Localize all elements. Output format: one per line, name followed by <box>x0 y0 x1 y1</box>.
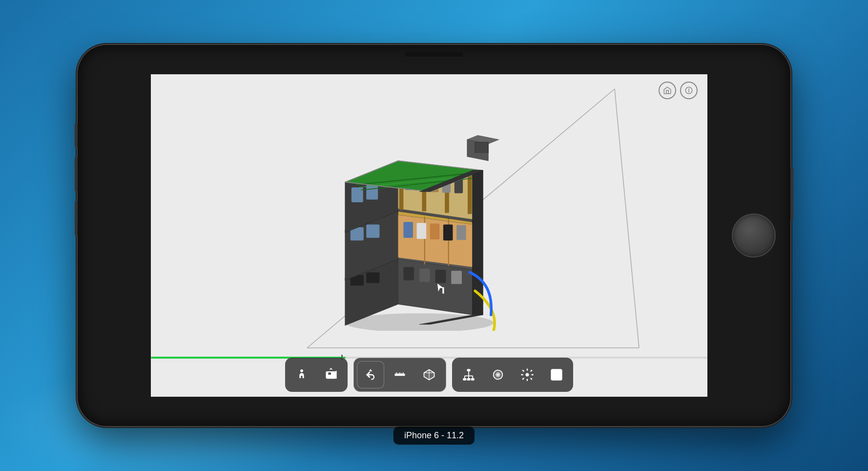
toolbar-group-model <box>353 358 446 392</box>
svg-rect-50 <box>475 153 488 158</box>
svg-rect-34 <box>366 185 378 199</box>
svg-rect-9 <box>419 269 430 282</box>
layers-btn[interactable] <box>484 361 512 388</box>
svg-rect-19 <box>366 225 379 238</box>
hierarchy-btn[interactable] <box>455 361 482 388</box>
svg-marker-59 <box>369 369 372 371</box>
svg-rect-32 <box>468 171 472 214</box>
svg-point-56 <box>300 369 303 372</box>
person-view-btn[interactable] <box>288 361 315 388</box>
svg-rect-10 <box>435 270 446 283</box>
svg-rect-69 <box>467 369 471 371</box>
speaker <box>405 52 463 57</box>
iphone-screen <box>151 74 707 397</box>
svg-rect-24 <box>456 225 466 240</box>
svg-rect-72 <box>471 378 475 381</box>
bottom-toolbar <box>151 358 707 392</box>
svg-rect-70 <box>463 378 466 381</box>
svg-rect-11 <box>451 271 462 284</box>
camera-view-btn[interactable] <box>317 361 345 388</box>
svg-rect-71 <box>467 378 471 381</box>
back-undo-btn[interactable] <box>357 361 384 388</box>
toolbar-group-other <box>452 358 573 392</box>
app-viewport <box>151 74 707 397</box>
export-btn[interactable] <box>543 361 570 388</box>
svg-rect-60 <box>395 374 405 376</box>
home-button[interactable] <box>732 214 776 257</box>
side-btn-vol-down <box>75 201 78 236</box>
top-right-controls <box>659 82 698 99</box>
svg-rect-49 <box>475 142 488 153</box>
svg-rect-58 <box>328 372 331 375</box>
svg-point-81 <box>526 373 529 377</box>
side-btn-power <box>790 167 793 221</box>
info-icon-btn[interactable] <box>680 82 698 99</box>
svg-rect-8 <box>403 267 414 280</box>
cube-3d-btn[interactable] <box>415 361 443 388</box>
svg-rect-22 <box>430 223 440 239</box>
svg-rect-20 <box>403 222 413 238</box>
svg-rect-7 <box>366 272 379 283</box>
side-btn-vol-up <box>75 157 78 192</box>
model-area <box>151 74 707 358</box>
svg-line-1 <box>615 89 639 348</box>
device-label: iPhone 6 - 11.2 <box>393 427 475 445</box>
toolbar-group-view <box>285 358 348 392</box>
building-3d-model <box>292 86 546 331</box>
side-btn-mute <box>75 123 78 148</box>
svg-point-80 <box>497 374 499 376</box>
svg-rect-23 <box>443 225 453 241</box>
settings-btn[interactable] <box>514 361 541 388</box>
iphone-device: iPhone 6 - 11.2 <box>78 45 790 426</box>
svg-rect-21 <box>417 223 427 239</box>
measure-btn[interactable] <box>386 361 413 388</box>
home-icon-btn[interactable] <box>659 82 676 99</box>
